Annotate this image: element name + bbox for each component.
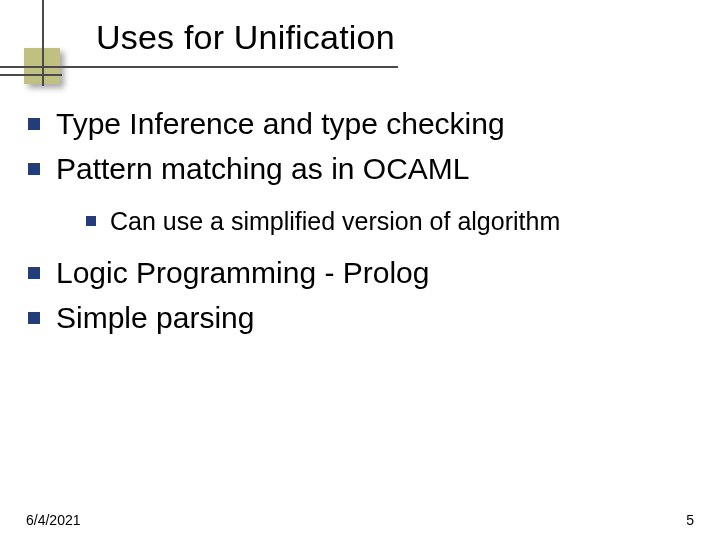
title-underline-short — [0, 74, 62, 76]
square-bullet-icon — [28, 312, 40, 324]
bullet-text: Type Inference and type checking — [56, 104, 505, 145]
title-underline-long — [0, 66, 398, 68]
bullet-text: Simple parsing — [56, 298, 254, 339]
sub-bullet-text: Can use a simplified version of algorith… — [110, 203, 560, 239]
bullet-item: Type Inference and type checking — [28, 104, 692, 145]
slide-body: Type Inference and type checking Pattern… — [28, 100, 692, 342]
square-bullet-icon — [86, 216, 96, 226]
slide: Uses for Unification Type Inference and … — [0, 0, 720, 540]
slide-title: Uses for Unification — [96, 18, 720, 57]
square-bullet-icon — [28, 163, 40, 175]
bullet-item: Simple parsing — [28, 298, 692, 339]
slide-footer: 6/4/2021 5 — [26, 512, 694, 528]
bullet-text: Logic Programming - Prolog — [56, 253, 430, 294]
square-bullet-icon — [28, 118, 40, 130]
sub-bullet-item: Can use a simplified version of algorith… — [86, 203, 692, 239]
footer-date: 6/4/2021 — [26, 512, 81, 528]
bullet-item: Pattern matching as in OCAML — [28, 149, 692, 190]
square-bullet-icon — [28, 267, 40, 279]
bullet-item: Logic Programming - Prolog — [28, 253, 692, 294]
bullet-text: Pattern matching as in OCAML — [56, 149, 470, 190]
footer-page-number: 5 — [686, 512, 694, 528]
title-area: Uses for Unification — [0, 18, 720, 57]
